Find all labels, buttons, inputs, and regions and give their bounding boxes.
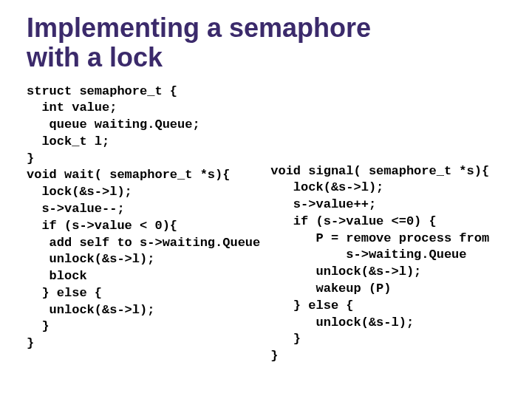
slide-body: struct semaphore_t { int value; queue wa… <box>27 83 511 365</box>
slide-title: Implementing a semaphore with a lock <box>27 13 511 73</box>
code-block-right: void signal( semaphore_t *s){ lock(&s->l… <box>270 83 489 365</box>
title-line-2: with a lock <box>27 42 163 72</box>
title-line-1: Implementing a semaphore <box>27 13 371 43</box>
code-block-left: struct semaphore_t { int value; queue wa… <box>27 83 260 352</box>
slide: Implementing a semaphore with a lock str… <box>0 0 532 399</box>
